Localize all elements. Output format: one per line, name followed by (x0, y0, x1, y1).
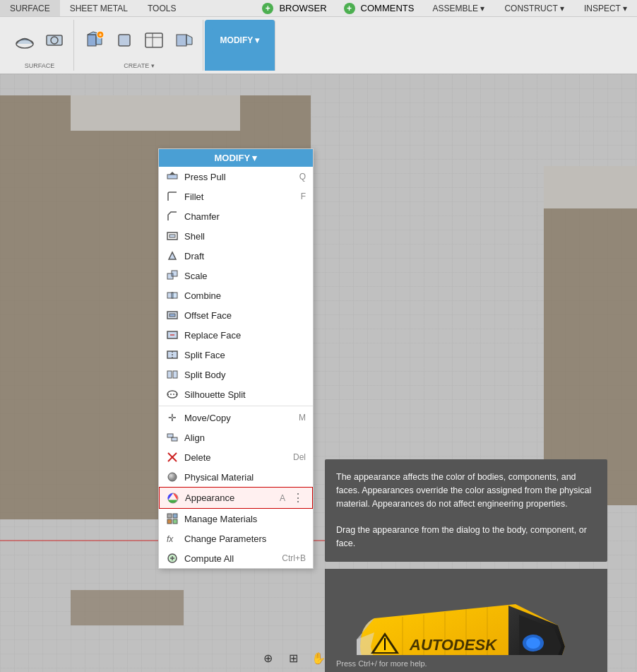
menu-item-shortcut-press-pull: Q (299, 172, 306, 182)
menu-item-appearance[interactable]: Appearance A ⋮ (159, 487, 313, 509)
bottom-icon-grid[interactable]: ⊞ (282, 647, 304, 669)
tab-construct[interactable]: CONSTRUCT ▾ (494, 2, 573, 15)
menu-item-shortcut-appearance: A (280, 493, 285, 503)
menu-item-label-combine: Combine (184, 290, 306, 301)
menu-item-scale[interactable]: Scale (159, 266, 313, 285)
physical-material-icon (166, 471, 179, 483)
menu-item-label-draft: Draft (184, 251, 306, 261)
menu-item-change-parameters[interactable]: fx Change Parameters (159, 529, 313, 548)
svg-rect-47 (167, 514, 172, 518)
menu-item-replace-face[interactable]: Replace Face (159, 325, 313, 345)
menu-item-label-change-parameters: Change Parameters (184, 534, 306, 544)
create-icon-3[interactable] (141, 27, 167, 54)
menu-item-fillet[interactable]: Fillet F (159, 187, 313, 206)
svg-text:✛: ✛ (168, 412, 177, 423)
replace-face-icon (166, 329, 179, 341)
modify-dropdown-header[interactable]: MODIFY ▾ (159, 149, 313, 167)
menu-item-compute-all[interactable]: Compute All Ctrl+B (159, 548, 313, 568)
menu-item-label-shell: Shell (184, 231, 306, 242)
menu-item-offset-face[interactable]: Offset Face (159, 305, 313, 325)
svg-rect-31 (169, 314, 175, 317)
surface-icon-2[interactable] (41, 27, 68, 54)
delete-icon (166, 451, 179, 464)
svg-rect-37 (173, 371, 177, 378)
tab-surface[interactable]: SURFACE (0, 0, 60, 16)
split-body-icon (166, 368, 179, 381)
menu-item-delete[interactable]: Delete Del (159, 447, 313, 467)
menu-item-shortcut-fillet: F (301, 191, 306, 201)
svg-rect-17 (544, 166, 637, 505)
menu-item-shell[interactable]: Shell (159, 226, 313, 246)
menu-item-label-offset-face: Offset Face (184, 310, 306, 321)
tab-inspect[interactable]: INSPECT ▾ (574, 2, 637, 15)
svg-rect-29 (172, 293, 177, 298)
menu-item-press-pull[interactable]: Press Pull Q (159, 167, 313, 187)
menu-item-shortcut-move-copy: M (299, 413, 306, 423)
align-icon (166, 431, 179, 444)
menu-item-label-press-pull: Press Pull (184, 172, 294, 182)
svg-rect-50 (173, 519, 177, 524)
menu-item-split-face[interactable]: Split Face (159, 345, 313, 365)
tooltip-description: The appearance affects the color of bodi… (336, 471, 596, 510)
tooltip-description2: Drag the appearance from the dialog to t… (336, 524, 596, 550)
create-icon-2[interactable] (111, 27, 138, 54)
svg-rect-9 (145, 33, 162, 47)
tab-tools[interactable]: TOOLS (138, 0, 186, 16)
menu-item-label-split-body: Split Body (184, 370, 306, 380)
menu-item-manage-materials[interactable]: Manage Materials (159, 509, 313, 529)
menu-item-label-align: Align (184, 432, 306, 443)
change-parameters-icon: fx (166, 532, 179, 545)
bottom-icon-crosshair[interactable]: ⊕ (256, 647, 279, 669)
menu-item-align[interactable]: Align (159, 428, 313, 447)
svg-marker-13 (186, 35, 192, 45)
tab-assemble[interactable]: ASSEMBLE ▾ (422, 2, 494, 15)
tab-sheet-metal[interactable]: SHEET METAL (60, 0, 138, 16)
create-group: + (76, 20, 203, 71)
menu-item-shortcut-delete: Del (293, 452, 306, 462)
silhouette-split-icon (166, 388, 179, 401)
canvas-area: MODIFY ▾ Press Pull Q Fillet F Chamfer S… (0, 74, 637, 672)
menu-item-chamfer[interactable]: Chamfer (159, 206, 313, 226)
menu-items-list: Press Pull Q Fillet F Chamfer Shell Draf… (159, 167, 313, 568)
press-pull-icon (166, 170, 179, 183)
plus-icon: + (262, 3, 273, 14)
menu-item-more-appearance[interactable]: ⋮ (291, 491, 305, 505)
svg-rect-48 (173, 514, 177, 518)
offset-face-icon (166, 309, 179, 322)
modify-header-btn[interactable]: MODIFY ▾ (212, 27, 268, 54)
surface-label: SURFACE (25, 62, 55, 69)
svg-marker-22 (169, 172, 175, 175)
menu-item-label-silhouette-split: Silhouette Split (184, 389, 306, 400)
menu-item-label-replace-face: Replace Face (184, 330, 306, 341)
modify-dropdown: MODIFY ▾ Press Pull Q Fillet F Chamfer S… (158, 148, 314, 569)
menu-item-move-copy[interactable]: ✛ Move/Copy M (159, 408, 313, 428)
tab-row: SURFACE SHEET METAL TOOLS + BROWSER + CO… (0, 0, 637, 17)
scale-icon (166, 269, 179, 282)
menu-item-label-manage-materials: Manage Materials (184, 514, 306, 524)
menu-item-draft[interactable]: Draft (159, 246, 313, 266)
comments-btn[interactable]: + COMMENTS (335, 0, 423, 17)
svg-point-56 (526, 637, 540, 649)
move-copy-icon: ✛ (166, 411, 179, 424)
svg-point-38 (167, 391, 177, 398)
icon-toolbar: SURFACE + (0, 17, 637, 73)
surface-icon-1[interactable] (11, 27, 38, 54)
svg-rect-8 (119, 35, 130, 46)
svg-rect-21 (167, 175, 177, 179)
tooltip-bottom-text: Press Ctrl+/ for more help. (325, 655, 607, 672)
menu-item-label-chamfer: Chamfer (184, 211, 306, 222)
browser-btn[interactable]: + BROWSER (254, 0, 335, 17)
menu-item-split-body[interactable]: Split Body (159, 365, 313, 384)
svg-rect-41 (167, 434, 173, 437)
create-icon-1[interactable]: + (81, 27, 108, 54)
svg-rect-15 (71, 95, 240, 131)
menu-item-shortcut-compute-all: Ctrl+B (282, 553, 306, 563)
menu-item-silhouette-split[interactable]: Silhouette Split (159, 384, 313, 404)
menu-item-label-split-face: Split Face (184, 350, 306, 360)
split-face-icon (166, 348, 179, 361)
menu-item-combine[interactable]: Combine (159, 285, 313, 305)
svg-rect-42 (172, 437, 177, 441)
create-icon-4[interactable] (170, 27, 197, 54)
svg-point-45 (168, 473, 177, 481)
menu-item-physical-material[interactable]: Physical Material (159, 467, 313, 487)
